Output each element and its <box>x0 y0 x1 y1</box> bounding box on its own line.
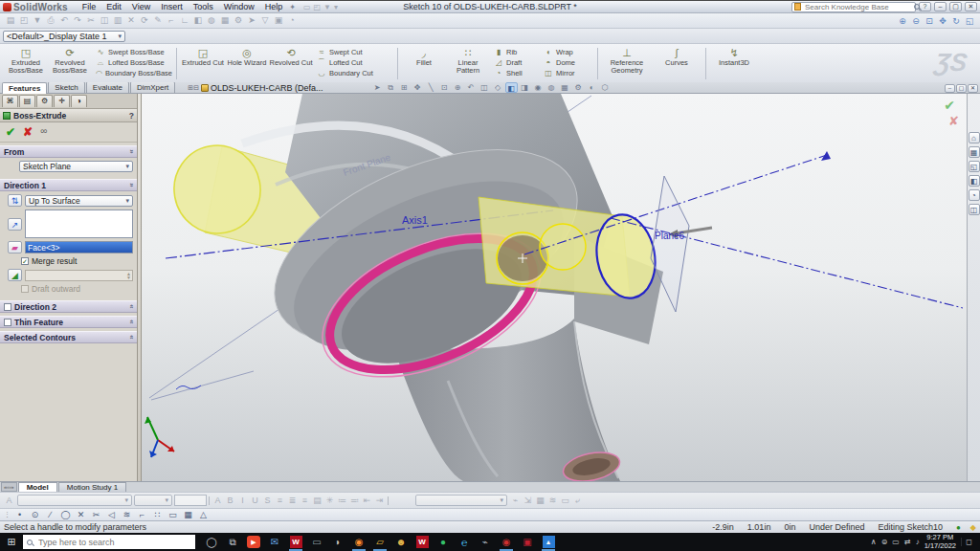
macro-icon[interactable]: ▣ <box>272 15 285 26</box>
chevron-down-icon[interactable]: ▾ <box>114 33 122 40</box>
chevron-down-icon[interactable]: ▾ <box>122 163 129 170</box>
minimize-button[interactable]: – <box>934 2 947 11</box>
frame-icon[interactable]: ▭ <box>559 496 571 506</box>
leader-icon[interactable]: ⤶ <box>571 496 584 506</box>
chevron-down-icon[interactable]: ▾ <box>122 197 129 205</box>
viewport-restore-button[interactable]: ▢ <box>956 84 967 93</box>
polygon-icon[interactable]: △ <box>197 510 210 519</box>
align-center-icon[interactable]: ≣ <box>286 496 299 505</box>
tab-dimxpert[interactable]: DimXpert <box>130 81 175 93</box>
file-explorer-icon[interactable]: ▱ <box>369 533 390 551</box>
boundary-boss-base-button[interactable]: ◠Boundary Boss/Base <box>94 68 174 78</box>
rotate-view-icon[interactable]: ↻ <box>949 16 963 26</box>
help-doc-icon[interactable]: ◔ <box>285 15 299 26</box>
tag-icon[interactable]: ◆ <box>970 523 976 532</box>
restore-button[interactable]: ▢ <box>949 2 962 11</box>
network-icon[interactable]: ⇄ <box>904 538 911 546</box>
thin-feature-checkbox[interactable]: ✓ <box>4 319 11 326</box>
wrap-button[interactable]: ◖Wrap <box>542 47 595 57</box>
scene-icon[interactable]: ▦ <box>218 15 232 26</box>
layer-icon[interactable]: ≋ <box>546 496 559 506</box>
style-combo[interactable]: ▾ <box>415 495 507 506</box>
onedrive-icon[interactable]: ⊜ <box>881 538 888 546</box>
sketch-icon[interactable]: ✎ <box>151 15 165 26</box>
number-list-icon[interactable]: ≔ <box>336 496 348 505</box>
expand-chevron-icon[interactable]: « <box>126 320 135 323</box>
display-pane-tab-icon[interactable]: ◑ <box>71 95 87 107</box>
photos-icon[interactable]: ▲ <box>538 533 559 551</box>
model-tab[interactable]: Model <box>18 482 57 492</box>
table-icon[interactable]: ▦ <box>534 496 546 506</box>
zoom-area-icon[interactable]: ⊕ <box>452 82 464 93</box>
display-tray-icon[interactable]: ▭ <box>892 538 900 546</box>
outdent-icon[interactable]: ⇤ <box>361 496 373 505</box>
menu-item[interactable]: File <box>78 2 101 11</box>
appearances-pie-icon[interactable]: ◔ <box>969 189 980 201</box>
ghost-select-icon[interactable]: ➤ <box>371 82 384 93</box>
menu-item[interactable]: Tools <box>189 2 218 11</box>
boundary-cut-button[interactable]: ◡Boundary Cut <box>315 68 395 78</box>
unit-sphere-icon[interactable]: ● <box>956 523 961 532</box>
font-family-combo[interactable]: ▾ <box>17 495 132 506</box>
cast-icon[interactable]: ⌁ <box>475 533 496 551</box>
revolved-boss-base-button[interactable]: ⟳Revolved Boss/Base <box>48 45 92 82</box>
display-style-shaded-edges-icon[interactable]: ◧ <box>505 82 518 93</box>
tab-sketch[interactable]: Sketch <box>48 81 84 93</box>
mail-icon[interactable]: ✉ <box>264 533 285 551</box>
motion-study-tab[interactable]: Motion Study 1 <box>58 482 126 492</box>
cube-3d-icon[interactable]: ⬡ <box>599 82 612 93</box>
appearance-icon[interactable]: ◍ <box>205 15 218 26</box>
pan-icon[interactable]: ✥ <box>936 16 949 26</box>
save-icon[interactable]: ▼ <box>31 15 44 26</box>
edge-icon[interactable]: ℮ <box>454 533 475 551</box>
filter-icon[interactable]: ▽ <box>258 15 272 26</box>
lofted-boss-base-button[interactable]: ⌓Lofted Boss/Base <box>94 57 174 68</box>
firefox-icon[interactable]: ◉ <box>348 533 369 551</box>
knowledge-base-search-input[interactable] <box>803 2 912 12</box>
solidworks-app2-icon[interactable]: W <box>412 533 433 551</box>
design-library-icon[interactable]: ▦ <box>969 146 980 158</box>
revolved-cut-button[interactable]: ⟲Revolved Cut <box>269 45 313 82</box>
justify-icon[interactable]: ▤ <box>311 496 323 505</box>
propertymanager-tab-icon[interactable]: ⌘ <box>2 95 18 107</box>
cortana-icon[interactable]: ◯ <box>201 533 222 551</box>
graphics-viewport[interactable]: Axis1 <box>142 94 967 481</box>
bold-icon[interactable]: B <box>224 496 236 505</box>
toolbar-handle-icon[interactable]: ⋮ <box>4 511 11 518</box>
face-selection-list[interactable]: Face<3> <box>25 241 133 253</box>
display-state-combo[interactable]: <Default>_Display State 1 ▾ <box>3 31 125 42</box>
direction1-section-header[interactable]: Direction 1 » <box>0 179 137 191</box>
document-tab[interactable]: ⊞⊟ OLDS-LUKEH-CARB (Defa... <box>184 82 326 93</box>
tab-features[interactable]: Features <box>2 82 47 94</box>
section-icon[interactable]: ◧ <box>191 15 205 26</box>
select-icon[interactable]: ➤ <box>245 15 258 26</box>
link-icon[interactable]: ⌁ <box>509 496 522 506</box>
italic-icon[interactable]: I <box>236 496 249 505</box>
menu-item[interactable]: Edit <box>101 2 126 11</box>
pm-ok-button[interactable]: ✔ <box>6 125 15 139</box>
end-condition-combo[interactable]: Up To Surface ▾ <box>25 195 133 207</box>
fillet-sketch-icon[interactable]: ⌐ <box>136 510 148 519</box>
confirm-cancel-icon[interactable]: ✘ <box>944 115 959 127</box>
font-height-field[interactable] <box>174 495 207 506</box>
hole-wizard-button[interactable]: ◎Hole Wizard <box>225 45 269 82</box>
menu-item[interactable]: View <box>127 2 155 11</box>
draft-angle-icon[interactable]: ◢ <box>8 269 22 281</box>
mirror-entities-icon[interactable]: ◁ <box>105 510 118 519</box>
draft-angle-field[interactable]: ▲▼ <box>25 270 133 281</box>
point-icon[interactable]: • <box>13 510 26 519</box>
taskbar-clock[interactable]: 9:27 PM 1/17/2022 <box>924 534 956 550</box>
viewport-minimize-button[interactable]: – <box>945 84 955 93</box>
tab-evaluate[interactable]: Evaluate <box>86 81 129 93</box>
view-orientation-icon[interactable]: ◇ <box>492 82 504 93</box>
task-view-icon[interactable]: ⧉ <box>222 533 243 551</box>
assembly-icon[interactable]: ⊞ <box>398 82 411 93</box>
swept-cut-button[interactable]: ≈Swept Cut <box>315 47 395 57</box>
snap-icon[interactable]: ∷ <box>151 510 164 519</box>
view-settings-icon[interactable]: ⚙ <box>572 82 585 93</box>
file-explorer-pane-icon[interactable]: ◱ <box>969 161 980 172</box>
record-app-icon[interactable]: ◉ <box>496 533 517 551</box>
direction2-checkbox[interactable]: ✓ <box>4 303 11 311</box>
font-size-combo[interactable]: ▾ <box>134 495 172 506</box>
expand-chevron-icon[interactable]: « <box>126 304 135 308</box>
